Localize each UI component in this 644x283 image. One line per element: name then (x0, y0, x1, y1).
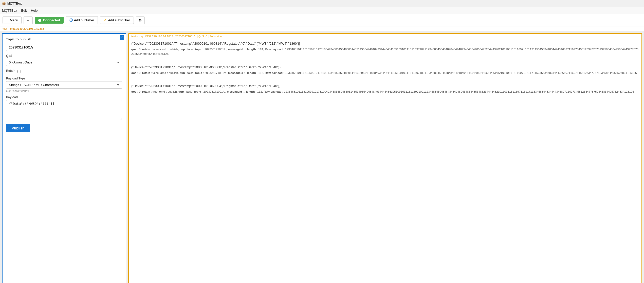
toolbar: ☰ Menu ← Connected ⓘ Add publisher ⚠ Add… (0, 14, 644, 26)
message-block-1: {"DeviceId":"202303171001","Timestamp":"… (131, 42, 639, 60)
publish-button[interactable]: Publish (6, 124, 30, 132)
subscriber-panel: test – mqtt://139.220.193.14:1883 | 2023… (128, 33, 642, 283)
app-title: MQTTBox (7, 2, 22, 5)
add-subscriber-button[interactable]: ⚠ Add subscriber (100, 16, 134, 24)
retain-label: Retain (6, 69, 15, 73)
menu-label: Menu (10, 18, 18, 22)
connected-chart-icon (38, 19, 41, 22)
breadcrumb: test – mqtt://139.220.193.14:1883 (0, 26, 644, 31)
qos-select[interactable]: 0 - Almost Once 1 - At Least Once 2 - Ex… (6, 59, 122, 66)
message-payload-3: {"DeviceId":"202303171001","Timestamp":"… (131, 84, 639, 88)
gear-icon: ⚙ (139, 18, 142, 22)
subscriber-messages[interactable]: {"DeviceId":"202303171001","Timestamp":"… (129, 39, 641, 283)
subscriber-header-text: test – mqtt://139.220.193.14:1883 | 2023… (131, 35, 223, 38)
menu-item-help[interactable]: Help (31, 9, 38, 12)
message-payload-1: {"DeviceId":"202303171001","Timestamp":"… (131, 42, 639, 45)
hamburger-icon: ☰ (6, 18, 9, 22)
menu-bar: MQTTBox Edit Help (0, 7, 644, 14)
payload-group: Payload {"Data":{"MW59":"111"}} (6, 95, 122, 121)
menu-item-edit[interactable]: Edit (21, 9, 27, 12)
connected-button[interactable]: Connected (35, 17, 64, 24)
qos-label: QoS (6, 54, 122, 58)
warning-circle-icon: ⚠ (104, 18, 107, 22)
menu-item-mqttbox[interactable]: MQTTBox (2, 9, 17, 12)
topic-group: Topic to publish (6, 37, 122, 51)
topic-input[interactable] (6, 44, 122, 51)
title-bar: 📦 MQTTBox (0, 0, 644, 7)
publisher-panel: ✕ Topic to publish QoS 0 - Almost Once 1… (2, 33, 126, 283)
payload-label: Payload (6, 95, 122, 99)
back-button[interactable]: ← (24, 16, 33, 24)
connected-label: Connected (43, 18, 60, 22)
settings-button[interactable]: ⚙ (136, 16, 145, 24)
retain-group: Retain (6, 69, 122, 74)
message-block-2: {"DeviceId":"202303171001","Timestamp":"… (131, 65, 639, 79)
add-publisher-button[interactable]: ⓘ Add publisher (66, 16, 98, 24)
topic-label: Topic to publish (6, 37, 122, 41)
payload-textarea[interactable]: {"Data":{"MW59":"111"}} (6, 100, 122, 120)
message-payload-2: {"DeviceId":"202303171001","Timestamp":"… (131, 65, 639, 69)
message-meta-1: qos : 0, retain : false, cmd : publish, … (131, 47, 639, 56)
add-publisher-label: Add publisher (74, 18, 94, 22)
publisher-close-button[interactable]: ✕ (120, 35, 124, 40)
main-content: ✕ Topic to publish QoS 0 - Almost Once 1… (0, 31, 644, 283)
add-subscriber-label: Add subscriber (108, 18, 130, 22)
retain-checkbox[interactable] (17, 70, 21, 73)
message-meta-2: qos : 0, retain : false, cmd : publish, … (131, 71, 639, 75)
payload-type-label: Payload Type (6, 77, 122, 80)
payload-type-select[interactable]: Strings / JSON / XML / Characters Base64… (6, 81, 122, 89)
payload-type-group: Payload Type Strings / JSON / XML / Char… (6, 77, 122, 92)
qos-group: QoS 0 - Almost Once 1 - At Least Once 2 … (6, 54, 122, 66)
message-block-3: {"DeviceId":"202303171001","Timestamp":"… (131, 84, 639, 98)
info-circle-icon: ⓘ (69, 18, 73, 23)
message-meta-3: qos : 0, retain : true, cmd : publish, d… (131, 89, 639, 94)
menu-button[interactable]: ☰ Menu (3, 16, 22, 24)
breadcrumb-text: test – mqtt://139.220.193.14:1883 (3, 27, 44, 30)
payload-hint: e.g: {'hello':'world'} (6, 89, 122, 92)
app-icon: 📦 (2, 2, 6, 5)
arrow-left-icon: ← (26, 18, 30, 22)
subscriber-header: test – mqtt://139.220.193.14:1883 | 2023… (129, 34, 641, 39)
